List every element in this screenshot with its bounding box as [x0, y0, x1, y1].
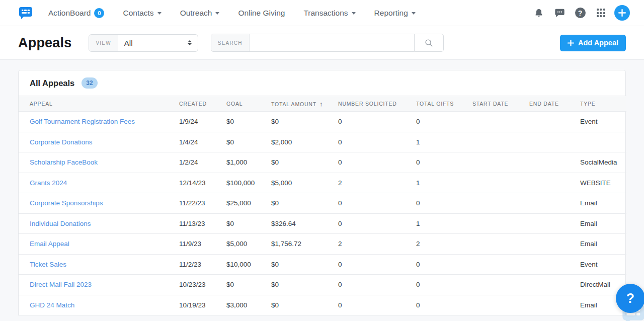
- appeals-count-badge: 32: [82, 77, 97, 89]
- column-header[interactable]: START DATE: [472, 96, 529, 112]
- cell-number-solicited: 0: [338, 132, 416, 152]
- search-label: SEARCH: [211, 34, 250, 51]
- view-label: VIEW: [89, 35, 118, 51]
- cell-created: 11/22/23: [179, 193, 226, 214]
- appeal-link[interactable]: GHD 24 Match: [30, 301, 74, 309]
- plus-icon: [568, 40, 574, 46]
- cell-start-date: [472, 173, 529, 193]
- nav-item-reporting[interactable]: Reporting: [374, 9, 416, 18]
- cell-total-amount: $326.64: [271, 213, 338, 234]
- nav-item-outreach[interactable]: Outreach: [180, 9, 220, 18]
- nav-item-actionboard[interactable]: ActionBoard 0: [48, 8, 104, 18]
- messages-bubble-icon[interactable]: [552, 6, 567, 20]
- cell-total-amount: $0: [271, 193, 338, 214]
- page-title: Appeals: [18, 35, 71, 51]
- cell-start-date: [472, 254, 529, 275]
- cell-start-date: [472, 234, 529, 255]
- chevron-down-icon: [352, 12, 356, 15]
- cell-appeal: Grants 2024: [19, 173, 179, 193]
- table-row: Golf Tournament Registration Fees1/9/24$…: [19, 112, 626, 132]
- quick-add-button[interactable]: [614, 5, 630, 21]
- table-row: GHD 24 Match10/19/23$3,000$000Email: [19, 295, 626, 315]
- sort-asc-icon: ↑: [319, 100, 323, 108]
- cell-type: [580, 132, 626, 152]
- cell-total-amount: $2,000: [271, 132, 338, 152]
- table-row: Individual Donations11/13/23$0$326.6401E…: [19, 213, 626, 234]
- chevron-down-icon: [215, 12, 219, 15]
- cell-created: 10/19/23: [179, 295, 226, 315]
- table-row: Grants 202412/14/23$100,000$5,00021WEBSI…: [19, 173, 626, 193]
- nav-item-online-giving[interactable]: Online Giving: [238, 9, 285, 18]
- help-launcher-button[interactable]: ?: [616, 284, 644, 313]
- column-header[interactable]: TOTAL GIFTS: [416, 96, 472, 112]
- cell-created: 11/2/23: [179, 254, 226, 275]
- view-filter-group: VIEW All: [89, 34, 198, 52]
- help-icon[interactable]: ?: [573, 6, 587, 20]
- appeal-link[interactable]: Corporate Sponsorships: [30, 199, 103, 207]
- cell-goal: $100,000: [226, 173, 271, 193]
- nav-item-transactions[interactable]: Transactions: [303, 9, 355, 18]
- appeal-link[interactable]: Email Appeal: [30, 240, 69, 248]
- cell-number-solicited: 0: [338, 254, 416, 275]
- chevron-down-icon: [412, 12, 416, 15]
- appeal-link[interactable]: Individual Donations: [30, 220, 91, 227]
- notifications-bell-icon[interactable]: [532, 6, 546, 20]
- cell-end-date: [529, 295, 580, 315]
- nav-item-contacts[interactable]: Contacts: [123, 9, 161, 18]
- column-header[interactable]: NUMBER SOLICITED: [338, 96, 416, 112]
- appeal-link[interactable]: Ticket Sales: [30, 261, 66, 268]
- appeal-link[interactable]: Grants 2024: [30, 179, 67, 187]
- appeals-table: APPEALCREATEDGOALTOTAL AMOUNT↑NUMBER SOL…: [19, 96, 626, 315]
- column-header[interactable]: APPEAL: [19, 96, 179, 112]
- cell-total-gifts: 0: [416, 295, 472, 315]
- appeal-link[interactable]: Direct Mail Fall 2023: [30, 281, 92, 288]
- app-logo-icon[interactable]: [18, 6, 33, 21]
- view-selected-value: All: [124, 39, 188, 47]
- column-header[interactable]: CREATED: [179, 96, 226, 112]
- cell-total-gifts: 0: [416, 193, 472, 214]
- cell-appeal: Scholarship FaceBook: [19, 152, 179, 173]
- column-header[interactable]: TOTAL AMOUNT↑: [271, 96, 338, 112]
- cell-total-gifts: 2: [416, 234, 472, 255]
- column-header[interactable]: GOAL: [226, 96, 271, 112]
- cell-type: Email: [580, 193, 626, 214]
- table-row: Direct Mail Fall 202310/23/23$0$000Direc…: [19, 275, 626, 295]
- add-appeal-button[interactable]: Add Appeal: [560, 35, 626, 51]
- cell-created: 11/13/23: [179, 213, 226, 234]
- cell-total-gifts: 1: [416, 173, 472, 193]
- cell-start-date: [472, 213, 529, 234]
- search-icon: [424, 38, 433, 47]
- cell-appeal: Corporate Donations: [19, 132, 179, 152]
- cell-type: Email: [580, 234, 626, 255]
- cell-start-date: [472, 112, 529, 132]
- cell-appeal: Corporate Sponsorships: [19, 193, 179, 214]
- cell-type: WEBSITE: [580, 173, 626, 193]
- cell-total-gifts: 0: [416, 152, 472, 173]
- cell-created: 11/9/23: [179, 234, 226, 255]
- cell-total-amount: $0: [271, 275, 338, 295]
- add-appeal-label: Add Appeal: [578, 39, 618, 47]
- cell-type: Email: [580, 213, 626, 234]
- nav-label: Outreach: [180, 9, 212, 18]
- view-select[interactable]: All: [118, 35, 198, 51]
- apps-grid-icon[interactable]: [594, 6, 608, 20]
- appeal-link[interactable]: Scholarship FaceBook: [30, 158, 98, 166]
- nav-label: Online Giving: [238, 9, 285, 18]
- column-header[interactable]: TYPE: [580, 96, 626, 112]
- cell-start-date: [472, 295, 529, 315]
- search-input[interactable]: [250, 34, 414, 51]
- page-header: Appeals VIEW All SEARCH Add Appeal: [0, 26, 644, 60]
- cell-end-date: [529, 213, 580, 234]
- cell-appeal: Direct Mail Fall 2023: [19, 275, 179, 295]
- cell-number-solicited: 0: [338, 112, 416, 132]
- appeal-link[interactable]: Golf Tournament Registration Fees: [30, 118, 135, 125]
- cell-total-gifts: 0: [416, 112, 472, 132]
- search-button[interactable]: [415, 34, 444, 52]
- cell-number-solicited: 2: [338, 234, 416, 255]
- appeal-link[interactable]: Corporate Donations: [30, 138, 93, 146]
- nav-label: ActionBoard: [48, 9, 91, 18]
- cell-created: 1/2/24: [179, 152, 226, 173]
- column-header[interactable]: END DATE: [529, 96, 580, 112]
- appeals-card: All Appeals 32 APPEALCREATEDGOALTOTAL AM…: [18, 70, 626, 315]
- cell-appeal: GHD 24 Match: [19, 295, 179, 315]
